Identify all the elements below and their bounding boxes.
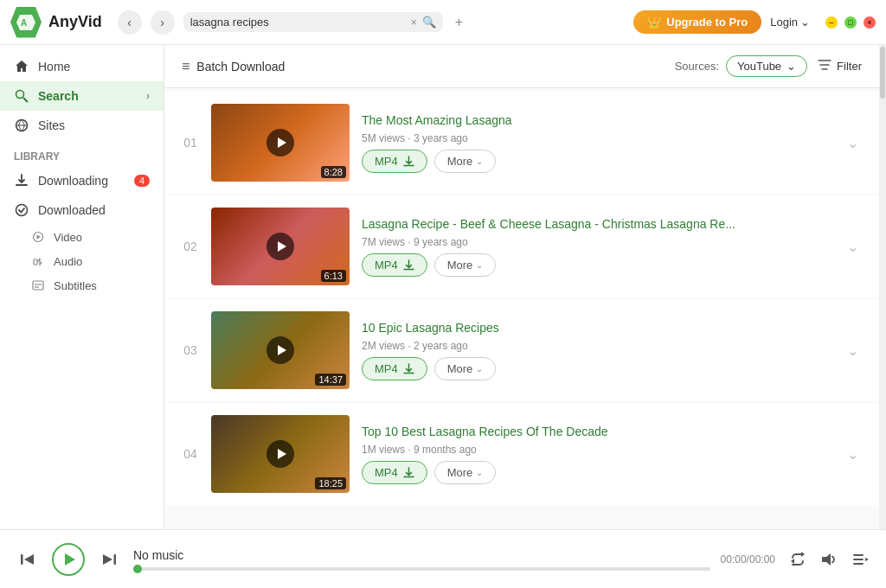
collapse-icon[interactable]: ⌄	[844, 235, 862, 259]
more-chevron-icon: ⌄	[476, 364, 483, 374]
more-chevron-icon: ⌄	[476, 468, 483, 477]
upgrade-button[interactable]: 👑 Upgrade to Pro	[633, 10, 761, 34]
download-icon	[403, 259, 414, 271]
video-title[interactable]: 10 Epic Lasagna Recipes	[362, 321, 831, 335]
upgrade-label: Upgrade to Pro	[666, 16, 748, 29]
progress-bar[interactable]	[133, 567, 710, 571]
play-pause-button[interactable]	[52, 543, 85, 576]
more-chevron-icon: ⌄	[476, 157, 483, 166]
svg-text:A: A	[21, 18, 27, 28]
progress-dot	[133, 565, 142, 573]
content-area: ≡ Batch Download Sources: YouTube ⌄ Filt…	[164, 45, 879, 529]
collapse-icon[interactable]: ⌄	[844, 339, 862, 362]
video-item-1: 01 8:28 The Most Amazing Lasagna 5M view…	[164, 92, 879, 194]
more-button[interactable]: More ⌄	[434, 357, 497, 380]
next-button[interactable]	[95, 546, 123, 573]
back-button[interactable]: ‹	[118, 10, 142, 35]
more-button[interactable]: More ⌄	[434, 150, 497, 173]
app-name: AnyVid	[48, 13, 102, 31]
video-title[interactable]: Top 10 Best Lasagna Recipes Of The Decad…	[362, 425, 831, 438]
download-icon	[403, 467, 414, 478]
sidebar-item-downloading[interactable]: Downloading 4	[0, 166, 164, 195]
svg-line-3	[23, 98, 28, 102]
scrollbar[interactable]	[879, 45, 886, 529]
video-info: 10 Epic Lasagna Recipes 2M views · 2 yea…	[362, 321, 831, 380]
svg-marker-15	[103, 554, 112, 565]
sidebar-item-sites[interactable]: Sites	[0, 111, 164, 140]
close-button[interactable]: ×	[864, 16, 876, 29]
svg-marker-13	[24, 554, 34, 565]
sites-icon	[14, 118, 29, 133]
video-actions: MP4 More ⌄	[362, 357, 831, 380]
video-info: Lasagna Recipe - Beef & Cheese Lasagna -…	[362, 217, 831, 277]
svg-marker-17	[791, 559, 794, 564]
svg-rect-9	[33, 281, 43, 290]
video-thumbnail[interactable]: 6:13	[211, 208, 350, 285]
batch-download-button[interactable]: ≡ Batch Download	[182, 59, 285, 74]
subtitles-label: Subtitles	[54, 279, 97, 292]
previous-button[interactable]	[14, 546, 42, 573]
mp4-label: MP4	[375, 259, 398, 272]
mp4-download-button[interactable]: MP4	[362, 150, 427, 173]
mp4-download-button[interactable]: MP4	[362, 357, 427, 380]
svg-rect-12	[21, 554, 23, 565]
video-thumbnail[interactable]: 18:25	[211, 415, 350, 493]
sidebar-item-home[interactable]: Home	[0, 52, 164, 81]
sidebar-item-search[interactable]: Search ›	[0, 81, 164, 111]
video-actions: MP4 More ⌄	[362, 253, 831, 277]
login-button[interactable]: Login ⌄	[770, 16, 810, 29]
library-heading: Library	[0, 140, 164, 166]
crown-icon: 👑	[647, 16, 661, 29]
video-icon	[31, 230, 45, 244]
scroll-thumb[interactable]	[880, 47, 885, 99]
mp4-download-button[interactable]: MP4	[362, 253, 427, 277]
subtitles-icon	[31, 278, 45, 292]
forward-button[interactable]: ›	[151, 10, 175, 35]
video-duration: 18:25	[315, 477, 346, 489]
home-label: Home	[38, 60, 70, 74]
video-label: Video	[54, 231, 82, 244]
video-item-3: 03 14:37 10 Epic Lasagna Recipes 2M view…	[164, 299, 879, 401]
sidebar-item-video[interactable]: Video	[0, 225, 164, 249]
video-title[interactable]: Lasagna Recipe - Beef & Cheese Lasagna -…	[362, 217, 831, 231]
video-number: 02	[182, 240, 199, 253]
svg-marker-22	[865, 558, 869, 561]
sidebar: Home Search › Sites Library	[0, 45, 164, 529]
repeat-button[interactable]	[786, 547, 810, 572]
video-thumbnail[interactable]: 14:37	[211, 311, 350, 389]
tab-search-icon[interactable]: 🔍	[422, 16, 436, 29]
svg-rect-14	[114, 554, 117, 565]
main-layout: Home Search › Sites Library	[0, 45, 886, 529]
tab-close-icon[interactable]: ×	[411, 16, 417, 29]
video-thumbnail[interactable]: 8:28	[211, 104, 350, 182]
source-value: YouTube	[737, 60, 781, 73]
minimize-button[interactable]: –	[825, 16, 838, 29]
more-button[interactable]: More ⌄	[434, 461, 497, 484]
downloaded-label: Downloaded	[38, 203, 106, 217]
video-meta: 1M views · 9 months ago	[362, 444, 831, 456]
svg-point-2	[16, 91, 24, 99]
maximize-button[interactable]: □	[844, 16, 857, 29]
downloading-badge: 4	[134, 175, 150, 187]
mp4-label: MP4	[375, 155, 398, 168]
video-title[interactable]: The Most Amazing Lasagna	[362, 113, 831, 127]
source-selector[interactable]: YouTube ⌄	[726, 55, 807, 77]
tab-query: lasagna recipes	[190, 16, 406, 29]
sidebar-item-downloaded[interactable]: Downloaded	[0, 195, 164, 225]
track-title: No music	[133, 548, 710, 562]
collapse-icon[interactable]: ⌄	[844, 443, 862, 466]
home-icon	[14, 59, 29, 74]
sidebar-item-audio[interactable]: Audio	[0, 249, 164, 273]
play-icon	[266, 440, 294, 468]
sidebar-item-subtitles[interactable]: Subtitles	[0, 273, 164, 297]
collapse-icon[interactable]: ⌄	[844, 131, 862, 155]
video-meta: 7M views · 9 years ago	[362, 236, 831, 248]
mp4-download-button[interactable]: MP4	[362, 461, 427, 484]
tab-add-button[interactable]: +	[455, 15, 463, 30]
more-button[interactable]: More ⌄	[434, 253, 497, 277]
queue-button[interactable]	[848, 547, 872, 572]
volume-button[interactable]	[817, 547, 841, 572]
filter-button[interactable]: Filter	[818, 58, 862, 74]
logo-icon: A	[10, 7, 42, 38]
login-chevron-icon: ⌄	[800, 16, 810, 29]
